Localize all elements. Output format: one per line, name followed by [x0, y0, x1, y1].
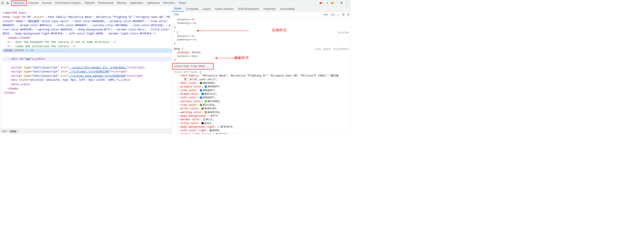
tab-sources[interactable]: Sources — [40, 0, 53, 6]
svg-point-3 — [347, 2, 347, 2]
panel-tabs: ElementsConsoleSourcesPerformance insigh… — [12, 0, 188, 6]
issues-icon: ! — [331, 2, 333, 4]
css-property[interactable]: --warning-color: #dd933d; — [174, 110, 349, 114]
css-property[interactable]: --error-color: #e96149; — [174, 107, 349, 110]
subtab-event-listeners[interactable]: Event Listeners — [213, 6, 236, 12]
toggle-sidebar-icon[interactable] — [346, 13, 350, 16]
svg-point-4 — [347, 3, 347, 3]
dom-tree[interactable]: <!DOCTYPE html> <html lang="zh-CN" style… — [0, 6, 172, 129]
annotation-self-style: 自身样式 — [272, 28, 286, 32]
hov-toggle[interactable]: :hov — [322, 13, 329, 16]
dom-div[interactable]: ▸<div style="position: absolute; top: 0p… — [2, 78, 130, 81]
svg-rect-8 — [347, 13, 349, 15]
dom-body-close[interactable]: </body> — [2, 87, 18, 90]
css-property[interactable]: --border-light-color: #F4F4F4; — [174, 132, 349, 134]
css-property[interactable]: --title-color: #333; — [174, 121, 349, 125]
annotation-inherit-style: 继承样式 — [234, 56, 249, 59]
dom-script[interactable]: <script type="text/javascript" src="../s… — [2, 66, 144, 69]
css-rule[interactable]: <style> * { margin:▸ 0; padding:▸ 0; } — [172, 30, 350, 46]
inherited-label: Inherited from — [174, 65, 197, 68]
styles-list[interactable]: margin:▸ 0; padding:▸ 0; } <style> * { m… — [172, 17, 350, 134]
css-property[interactable]: --primary-color: #00A6FF; — [174, 85, 349, 88]
css-property[interactable]: --success-color: #87d068; — [174, 99, 349, 103]
error-icon: ✕ — [320, 2, 322, 4]
css-property[interactable]: --link-color: #00A6FF; — [174, 88, 349, 92]
warning-icon: ▲ — [324, 1, 326, 4]
settings-icon[interactable] — [340, 1, 343, 5]
dom-div[interactable]: ▸<div>…</div> — [2, 83, 30, 86]
subtab-computed[interactable]: Computed — [184, 6, 200, 12]
rule-source[interactable]: <style> — [338, 31, 349, 34]
tab-performance-insights[interactable]: Performance insights — [53, 0, 83, 6]
error-count: 2 — [322, 1, 324, 4]
dom-body-selected[interactable]: …▾<body style> == $0 — [2, 48, 172, 53]
new-style-rule-icon[interactable]: ＋ — [336, 12, 341, 16]
filter-input[interactable] — [172, 12, 322, 17]
cls-toggle[interactable]: .cls — [329, 13, 336, 16]
dom-comment[interactable]: <!-- Sets the basepath for the library i… — [2, 40, 116, 44]
more-menu-icon[interactable] — [345, 1, 348, 5]
css-property[interactable]: --icon-color: #52C41A; — [174, 103, 349, 107]
devtools-topbar: ElementsConsoleSourcesPerformance insigh… — [0, 0, 351, 6]
dom-script[interactable]: <script type="text/javascript" src="./js… — [2, 74, 143, 77]
dom-head[interactable]: ▸<head>…</head> — [2, 36, 30, 39]
dom-div-app[interactable]: ▸<div id="app">…</div> — [2, 57, 172, 61]
breadcrumb: htmlbody — [0, 129, 172, 134]
css-property[interactable]: --bread-color: #007ec2; — [174, 92, 349, 96]
dom-html-open[interactable]: <html lang="zh-CN" style="--font-family:… — [2, 15, 170, 18]
inherited-from-header[interactable]: Inherited from html — [172, 63, 214, 69]
tab-network[interactable]: Network — [83, 0, 96, 6]
inherited-element[interactable]: html — [198, 65, 205, 68]
subtab-dom-breakpoints[interactable]: DOM Breakpoints — [236, 6, 261, 12]
css-property[interactable]: --body-background-light: #F4F4F4; — [174, 125, 349, 129]
device-toggle-icon[interactable] — [6, 1, 9, 5]
warning-count: 9 — [327, 1, 328, 4]
sidebar-tabs: StylesComputedLayoutEvent ListenersDOM B… — [172, 6, 350, 12]
issues-badge[interactable]: !1 — [330, 1, 336, 5]
dom-comment[interactable]: <!-- Loads and initializes the library -… — [2, 45, 75, 48]
subtab-styles[interactable]: Styles — [172, 6, 184, 12]
dom-script[interactable]: <script type="text/javascript" src="./js… — [2, 70, 127, 73]
error-warning-badge[interactable]: ✕2 ▲9 — [318, 1, 329, 5]
annotation-arrow — [198, 31, 249, 31]
separator — [337, 1, 338, 5]
tab-console[interactable]: Console — [27, 0, 40, 6]
breadcrumb-html[interactable]: html — [0, 130, 9, 133]
css-property[interactable]: --info-color: #00A6FF; — [174, 96, 349, 99]
svg-rect-6 — [342, 13, 344, 15]
elements-panel: <!DOCTYPE html> <html lang="zh-CN" style… — [0, 6, 172, 134]
subtab-properties[interactable]: Properties — [261, 6, 278, 12]
tab-memory[interactable]: Memory — [115, 0, 128, 6]
svg-point-5 — [347, 3, 347, 4]
tab-performance[interactable]: Performance — [96, 0, 115, 6]
tab-react[interactable]: React — [177, 0, 188, 6]
filter-bar: :hov .cls ＋ — [172, 12, 350, 17]
separator — [10, 1, 11, 5]
styles-panel: StylesComputedLayoutEvent ListenersDOM B… — [172, 6, 350, 134]
css-rule[interactable]: margin:▸ 0; padding:▸ 0; } — [172, 17, 350, 30]
dom-html-close[interactable]: </html> — [2, 91, 16, 94]
svg-rect-7 — [343, 13, 344, 15]
dom-doctype[interactable]: <!DOCTYPE html> — [2, 11, 27, 14]
tab-application[interactable]: Application — [128, 0, 145, 6]
tab-elements[interactable]: Elements — [12, 1, 27, 6]
subtab-accessibility[interactable]: Accessibility — [278, 6, 297, 12]
css-property[interactable]: --text-color: #666666; — [174, 81, 349, 85]
inspect-element-icon[interactable] — [1, 1, 4, 5]
subtab-layout[interactable]: Layout — [200, 6, 213, 12]
css-property[interactable]: --info-color-light: #999; — [174, 129, 349, 132]
issues-count: 1 — [334, 1, 335, 4]
computed-styles-icon[interactable] — [341, 13, 346, 16]
tab-recorder[interactable]: Recorder — [162, 0, 177, 6]
breadcrumb-body[interactable]: body — [8, 130, 18, 133]
tab-lighthouse[interactable]: Lighthouse — [145, 0, 162, 6]
css-property[interactable]: --border-color: #ccc; — [174, 118, 349, 121]
rule-source: user agent stylesheet — [315, 47, 349, 51]
css-property[interactable]: --body-background: #fff; — [174, 114, 349, 118]
css-rule-style-attr[interactable]: style attribute { --font-family: "Helvet… — [172, 70, 350, 134]
css-rule[interactable]: user agent stylesheet body { display: bl… — [172, 46, 350, 63]
